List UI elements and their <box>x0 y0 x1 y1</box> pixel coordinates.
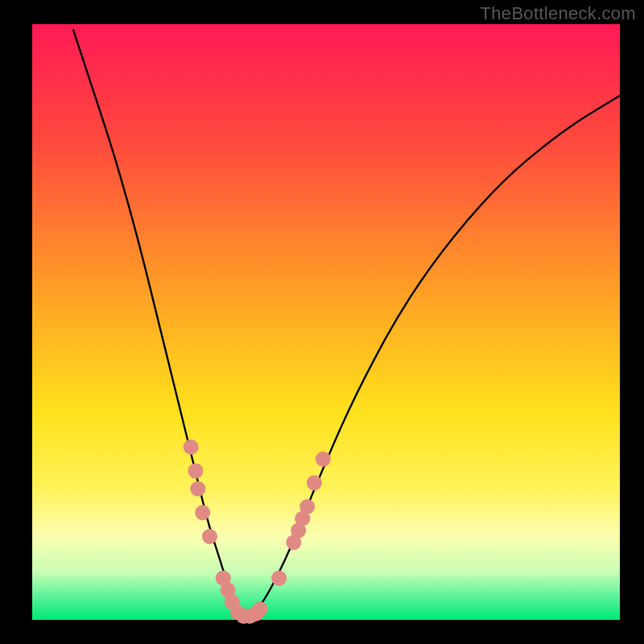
plot-background <box>32 24 620 620</box>
curve-marker <box>195 505 210 520</box>
curve-marker <box>202 529 217 544</box>
curve-marker <box>307 475 322 490</box>
curve-marker <box>271 571 287 586</box>
curve-marker <box>299 499 315 514</box>
curve-marker <box>316 452 331 467</box>
curve-marker <box>253 601 268 617</box>
attribution-text: TheBottleneck.com <box>481 3 636 24</box>
curve-marker <box>184 440 199 455</box>
chart-canvas <box>0 0 644 644</box>
chart-svg <box>0 0 644 644</box>
curve-marker <box>188 464 203 479</box>
curve-marker <box>190 481 205 497</box>
